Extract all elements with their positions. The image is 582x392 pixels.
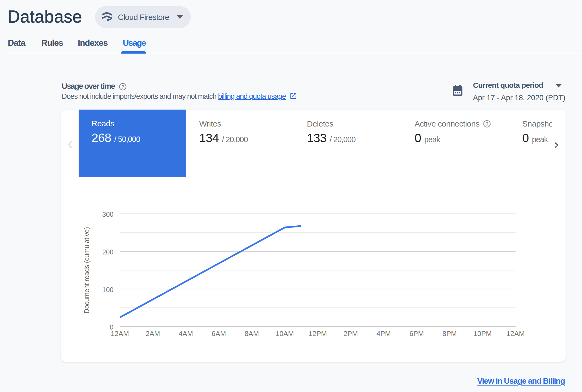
svg-text:?: ? xyxy=(486,121,489,127)
svg-text:12AM: 12AM xyxy=(111,330,129,338)
svg-text:4PM: 4PM xyxy=(377,330,391,338)
svg-text:6PM: 6PM xyxy=(409,330,424,338)
svg-text:?: ? xyxy=(121,84,124,90)
svg-text:300: 300 xyxy=(102,211,114,218)
svg-text:2AM: 2AM xyxy=(146,330,160,338)
svg-text:8AM: 8AM xyxy=(245,330,259,338)
svg-text:100: 100 xyxy=(102,286,114,293)
svg-text:6AM: 6AM xyxy=(212,330,226,338)
svg-text:200: 200 xyxy=(102,248,114,256)
svg-text:12PM: 12PM xyxy=(308,330,327,338)
svg-text:4AM: 4AM xyxy=(179,330,193,338)
svg-text:8PM: 8PM xyxy=(443,330,457,338)
svg-text:Document reads (cumulative): Document reads (cumulative) xyxy=(83,227,90,313)
svg-text:10PM: 10PM xyxy=(474,330,492,338)
svg-text:12AM: 12AM xyxy=(506,330,525,338)
svg-text:2PM: 2PM xyxy=(343,330,358,338)
svg-text:10AM: 10AM xyxy=(276,330,294,338)
